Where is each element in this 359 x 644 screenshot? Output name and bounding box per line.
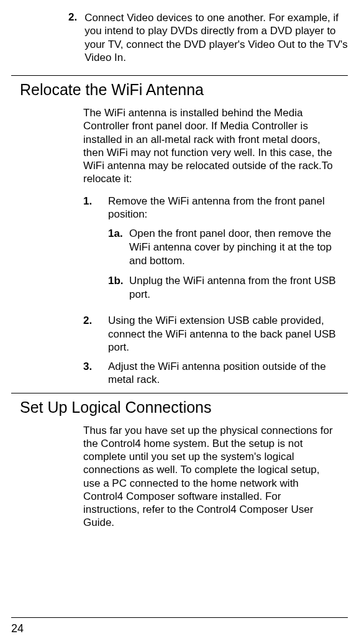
sub-list-number: 1b. bbox=[108, 274, 129, 301]
footer-divider bbox=[11, 617, 348, 618]
sub-list-number: 1a. bbox=[108, 227, 129, 268]
sub-list-text: Open the front panel door, then remove t… bbox=[129, 227, 339, 268]
sub-list-item: 1a. Open the front panel door, then remo… bbox=[108, 227, 339, 268]
section-intro: The WiFi antenna is installed behind the… bbox=[83, 106, 339, 186]
sub-list-text: Unplug the WiFi antenna from the front U… bbox=[129, 274, 339, 301]
page: 2. Connect Video devices to one another.… bbox=[0, 0, 359, 644]
list-item: 2. Using the WiFi extension USB cable pr… bbox=[83, 314, 339, 354]
list-number: 2. bbox=[68, 11, 84, 64]
list-text: Using the WiFi extension USB cable provi… bbox=[108, 314, 339, 354]
step-text: Remove the WiFi antenna from the front p… bbox=[108, 195, 325, 220]
section-body-wifi: The WiFi antenna is installed behind the… bbox=[83, 106, 339, 387]
list-text: Connect Video devices to one another. Fo… bbox=[84, 11, 348, 64]
list-item: 3. Adjust the WiFi antenna position outs… bbox=[83, 360, 339, 387]
list-text: Remove the WiFi antenna from the front p… bbox=[108, 195, 339, 308]
list-item: 2. Connect Video devices to one another.… bbox=[68, 11, 348, 64]
list-number: 1. bbox=[83, 195, 108, 308]
list-item: 1. Remove the WiFi antenna from the fron… bbox=[83, 195, 339, 308]
list-text: Adjust the WiFi antenna position outside… bbox=[108, 360, 339, 387]
section-heading-logical: Set Up Logical Connections bbox=[20, 398, 348, 416]
section-divider bbox=[11, 75, 348, 76]
list-number: 3. bbox=[83, 360, 108, 387]
top-numbered-list: 2. Connect Video devices to one another.… bbox=[68, 11, 348, 64]
section-paragraph: Thus far you have set up the physical co… bbox=[83, 424, 339, 530]
page-number: 24 bbox=[11, 622, 24, 635]
sub-list-item: 1b. Unplug the WiFi antenna from the fro… bbox=[108, 274, 339, 301]
wifi-steps: 1. Remove the WiFi antenna from the fron… bbox=[83, 195, 339, 387]
list-number: 2. bbox=[83, 314, 108, 354]
content-area: 2. Connect Video devices to one another.… bbox=[0, 0, 359, 530]
section-heading-wifi: Relocate the WiFi Antenna bbox=[20, 81, 348, 99]
section-divider bbox=[11, 393, 348, 393]
section-body-logical: Thus far you have set up the physical co… bbox=[83, 424, 339, 530]
sub-steps: 1a. Open the front panel door, then remo… bbox=[108, 227, 339, 301]
footer-divider-wrap bbox=[11, 617, 348, 618]
